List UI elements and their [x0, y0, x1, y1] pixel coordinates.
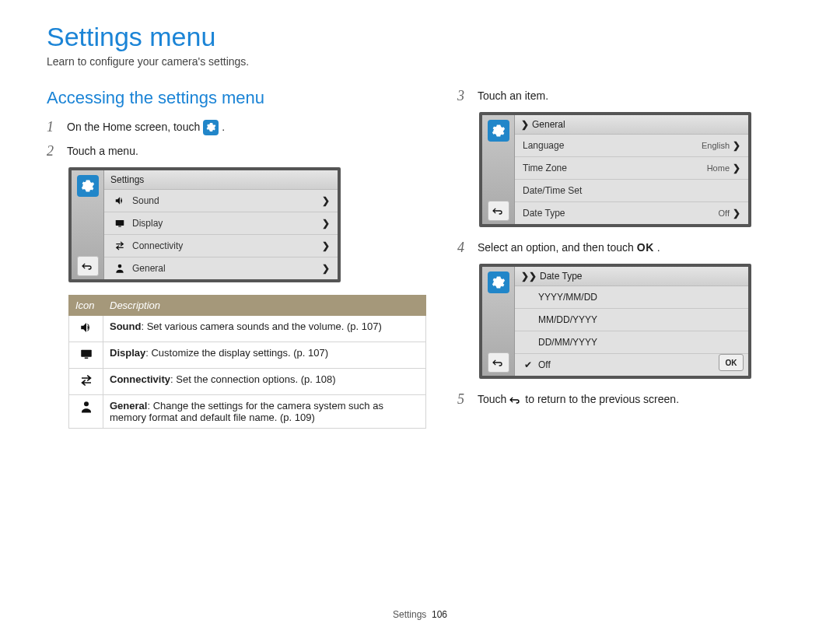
general-icon	[69, 395, 103, 429]
table-row: General: Change the settings for the cam…	[69, 395, 426, 429]
desc-term: Display	[110, 347, 145, 359]
desc-term: General	[110, 400, 147, 412]
desc-text: : Set various camera sounds and the volu…	[141, 321, 381, 332]
display-icon	[69, 342, 103, 369]
row-label: Time Zone	[523, 163, 707, 173]
display-icon	[112, 218, 128, 229]
back-button[interactable]	[488, 352, 509, 373]
option-label: DD/MM/YYYY	[538, 337, 597, 348]
table-row: Connectivity: Set the connection options…	[69, 369, 426, 395]
svg-rect-4	[84, 358, 88, 359]
back-button[interactable]	[77, 256, 99, 276]
step-1-text-pre: On the Home screen, touch	[67, 120, 200, 135]
table-header-description: Description	[103, 296, 426, 316]
step-2-text: Touch a menu.	[67, 144, 426, 159]
screen-title: Settings	[104, 170, 338, 190]
camera-screen-general: ❯ General Language English ❯ Time Zone H…	[479, 112, 751, 227]
settings-row-display[interactable]: Display ❯	[104, 212, 338, 235]
row-value: Home	[707, 163, 730, 173]
step-number: 1	[47, 119, 61, 135]
row-value: English	[702, 141, 730, 150]
general-row-timezone[interactable]: Time Zone Home ❯	[515, 157, 748, 180]
settings-row-general[interactable]: General ❯	[104, 257, 338, 279]
option-label: YYYY/MM/DD	[538, 292, 597, 303]
step-1: 1 On the Home screen, touch .	[47, 119, 426, 135]
back-icon	[509, 394, 522, 406]
step-5-text-pre: Touch	[478, 392, 506, 408]
general-icon	[112, 263, 128, 274]
row-value: Off	[719, 208, 730, 218]
chevron-right-icon: ❯	[733, 140, 740, 151]
step-4: 4 Select an option, and then touch OK.	[457, 240, 793, 256]
table-row: Sound: Set various camera sounds and the…	[69, 316, 426, 342]
gear-icon	[488, 120, 509, 142]
connectivity-icon	[112, 240, 128, 251]
camera-screen-datetype: ❯❯ Date Type YYYY/MM/DD MM/DD/YYYY DD/MM…	[479, 264, 751, 379]
camera-screen-settings: Settings Sound ❯ Display ❯ Connectivity	[68, 167, 341, 282]
svg-rect-1	[118, 226, 121, 227]
row-label: Display	[132, 218, 322, 229]
row-label: Sound	[132, 195, 322, 206]
check-icon: ✔	[524, 359, 534, 370]
breadcrumb-label: Date Type	[540, 271, 582, 282]
page-title: Settings menu	[47, 22, 793, 52]
option-ddmmyyyy[interactable]: DD/MM/YYYY	[515, 331, 748, 354]
option-mmddyyyy[interactable]: MM/DD/YYYY	[515, 309, 748, 331]
general-row-datetime[interactable]: Date/Time Set	[515, 180, 748, 202]
chevron-right-icon: ❯	[733, 208, 740, 219]
screen-breadcrumb: ❯❯ Date Type	[515, 267, 748, 286]
general-row-language[interactable]: Language English ❯	[515, 135, 748, 157]
option-label: MM/DD/YYYY	[538, 314, 597, 325]
table-row: Display: Customize the display settings.…	[69, 342, 426, 369]
step-1-text-post: .	[222, 120, 225, 135]
step-5: 5 Touch to return to the previous screen…	[457, 391, 793, 408]
ok-button[interactable]: OK	[719, 354, 744, 371]
chevron-right-icon: ❯	[733, 163, 740, 173]
step-3-text: Touch an item.	[478, 89, 793, 104]
sound-icon	[69, 316, 103, 342]
icon-description-table: Icon Description Sound: Set various came…	[68, 295, 426, 429]
step-number: 3	[457, 88, 471, 104]
settings-row-sound[interactable]: Sound ❯	[104, 190, 338, 212]
chevron-right-icon: ❯	[322, 263, 330, 274]
table-header-icon: Icon	[69, 296, 103, 316]
general-row-datetype[interactable]: Date Type Off ❯	[515, 202, 748, 224]
desc-text: : Change the settings for the camera sys…	[110, 400, 383, 423]
chevron-right-icon: ❯	[322, 195, 330, 206]
desc-term: Sound	[110, 321, 141, 332]
sound-icon	[112, 195, 128, 206]
option-yyyymmdd[interactable]: YYYY/MM/DD	[515, 286, 748, 309]
step-4-text-post: .	[657, 240, 660, 256]
page-footer: Settings 106	[0, 609, 840, 620]
step-5-text-post: to return to the previous screen.	[525, 392, 679, 408]
gear-icon	[77, 175, 99, 197]
breadcrumb-label: General	[532, 119, 565, 130]
settings-row-connectivity[interactable]: Connectivity ❯	[104, 235, 338, 257]
step-3: 3 Touch an item.	[457, 88, 793, 104]
page-intro: Learn to configure your camera's setting…	[47, 55, 793, 68]
gear-icon	[488, 271, 509, 293]
desc-term: Connectivity	[110, 373, 170, 385]
footer-page-number: 106	[432, 609, 447, 620]
step-4-text-pre: Select an option, and then touch	[478, 240, 634, 256]
row-label: General	[132, 263, 322, 274]
option-off[interactable]: ✔ Off	[515, 354, 748, 376]
settings-app-icon	[203, 120, 219, 135]
desc-text: : Customize the display settings. (p. 10…	[145, 347, 328, 359]
option-label: Off	[538, 359, 551, 370]
step-number: 4	[457, 240, 471, 256]
chevron-right-icon: ❯	[322, 240, 330, 251]
chevron-right-icon: ❯	[322, 218, 330, 229]
chevron-right-icon: ❯	[521, 119, 529, 130]
svg-rect-0	[116, 220, 124, 226]
svg-point-2	[118, 264, 122, 268]
section-heading: Accessing the settings menu	[47, 88, 426, 108]
chevron-double-right-icon: ❯❯	[521, 271, 537, 282]
ok-icon: OK	[637, 240, 654, 256]
row-label: Connectivity	[132, 240, 322, 251]
back-button[interactable]	[488, 201, 509, 221]
step-number: 2	[47, 143, 61, 159]
footer-section: Settings	[393, 609, 426, 620]
svg-point-5	[84, 401, 89, 406]
row-label: Date Type	[523, 208, 719, 219]
